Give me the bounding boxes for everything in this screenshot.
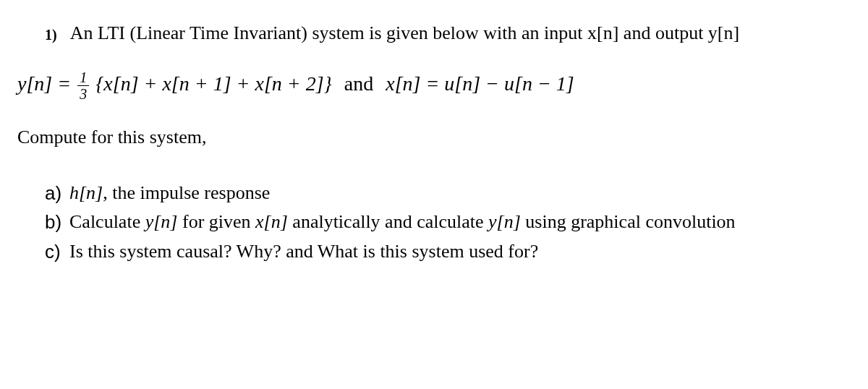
subparts: a) h[n], the impulse response b) Calcula… (14, 180, 854, 265)
and-word: and (344, 72, 373, 95)
part-b-post: using graphical convolution (521, 211, 736, 232)
intro-text: An LTI (Linear Time Invariant) system is… (70, 20, 854, 46)
question-intro: 1) An LTI (Linear Time Invariant) system… (14, 20, 854, 46)
part-a-label: a) (45, 180, 65, 206)
part-b: b) Calculate y[n] for given x[n] analyti… (45, 209, 854, 235)
part-b-xn: x[n] (255, 211, 288, 232)
fraction-num: 1 (77, 70, 89, 86)
fraction-den: 3 (77, 86, 89, 101)
part-a-hn: h[n] (69, 182, 103, 203)
part-a-rest: , the impulse response (103, 182, 270, 203)
part-b-mid1: for given (177, 211, 255, 232)
part-b-yn2: y[n] (488, 211, 521, 232)
part-c: c) Is this system causal? Why? and What … (45, 239, 854, 265)
part-c-label: c) (45, 239, 65, 265)
eq-body: {x[n] + x[n + 1] + x[n + 2]} (95, 72, 332, 95)
part-a: a) h[n], the impulse response (45, 180, 854, 206)
part-c-text: Is this system causal? Why? and What is … (69, 239, 854, 265)
eq-rhs: x[n] = u[n] − u[n − 1] (386, 72, 574, 95)
part-b-yn1: y[n] (145, 211, 178, 232)
part-b-label: b) (45, 209, 65, 235)
equation-line: y[n] = 13 {x[n] + x[n + 1] + x[n + 2]} a… (14, 69, 854, 101)
fraction: 13 (77, 70, 89, 101)
eq-lhs: y[n] = (17, 72, 76, 95)
part-b-text: Calculate y[n] for given x[n] analytical… (69, 209, 854, 235)
compute-line: Compute for this system, (14, 124, 854, 150)
part-a-text: h[n], the impulse response (69, 180, 854, 206)
part-b-mid2: analytically and calculate (288, 211, 488, 232)
part-b-pre: Calculate (69, 211, 145, 232)
question-number: 1) (45, 20, 57, 46)
